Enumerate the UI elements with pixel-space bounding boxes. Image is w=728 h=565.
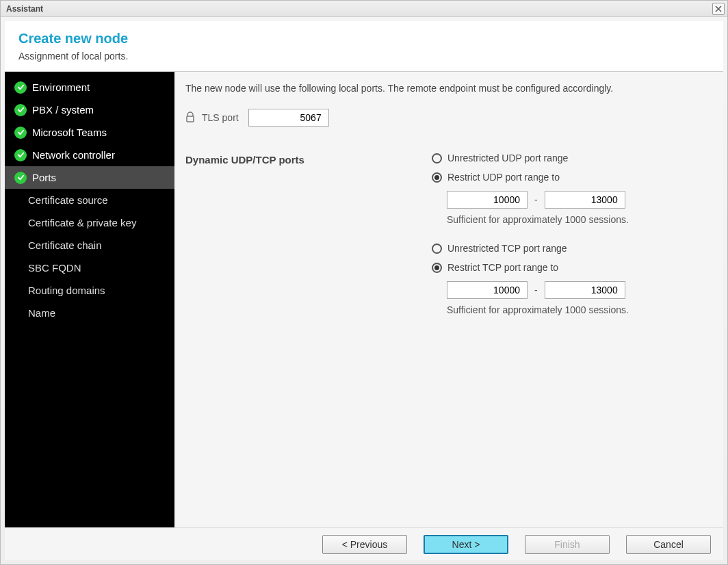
wizard-sidebar: EnvironmentPBX / systemMicrosoft TeamsNe… — [5, 72, 174, 527]
close-icon — [715, 5, 722, 12]
radio-icon — [432, 153, 442, 163]
sidebar-item-label: Routing domains — [28, 285, 105, 296]
tcp-restrict-option[interactable]: Restrict TCP port range to — [432, 262, 707, 273]
next-button[interactable]: Next > — [424, 535, 508, 554]
tls-port-label: TLS port — [202, 112, 239, 123]
udp-hint: Sufficient for approximately 1000 sessio… — [447, 214, 707, 225]
tls-port-row: TLS port — [185, 109, 707, 127]
sidebar-item-network-controller[interactable]: Network controller — [5, 144, 174, 166]
udp-range-row: - — [447, 191, 707, 209]
check-icon — [14, 127, 27, 139]
wizard-header: Create new node Assignment of local port… — [5, 21, 723, 72]
check-icon — [14, 104, 27, 116]
sidebar-item-label: Network controller — [32, 149, 115, 161]
dynamic-ports-section: Dynamic UDP/TCP ports Unrestricted UDP p… — [185, 153, 707, 333]
lock-icon — [185, 111, 195, 124]
sidebar-item-sbc-fqdn[interactable]: SBC FQDN — [5, 257, 174, 279]
sidebar-item-certificate-chain[interactable]: Certificate chain — [5, 234, 174, 257]
tcp-hint: Sufficient for approximately 1000 sessio… — [447, 304, 707, 315]
radio-label: Restrict TCP port range to — [447, 262, 558, 273]
wizard-footer: < Previous Next > Finish Cancel — [5, 527, 723, 560]
sidebar-item-ports[interactable]: Ports — [5, 166, 174, 189]
sidebar-item-label: PBX / system — [32, 104, 94, 116]
close-button[interactable] — [712, 3, 725, 15]
udp-unrestricted-option[interactable]: Unrestricted UDP port range — [432, 153, 707, 163]
sidebar-item-label: Environment — [32, 81, 90, 93]
check-icon — [14, 172, 27, 184]
sidebar-item-pbx-system[interactable]: PBX / system — [5, 98, 174, 121]
wizard-body: EnvironmentPBX / systemMicrosoft TeamsNe… — [5, 72, 723, 527]
sidebar-item-label: Name — [28, 307, 55, 319]
radio-icon — [432, 263, 442, 273]
udp-range-from-input[interactable] — [447, 191, 528, 209]
sidebar-item-name[interactable]: Name — [5, 302, 174, 324]
sidebar-item-certificate-source[interactable]: Certificate source — [5, 189, 174, 211]
window-title: Assistant — [6, 4, 43, 14]
tls-port-input[interactable] — [248, 109, 329, 127]
dynamic-ports-options: Unrestricted UDP port range Restrict UDP… — [432, 153, 707, 333]
check-icon — [14, 149, 27, 161]
dynamic-ports-label: Dynamic UDP/TCP ports — [185, 153, 432, 333]
sidebar-item-label: SBC FQDN — [28, 262, 81, 274]
sidebar-item-label: Certificate source — [28, 194, 108, 206]
radio-label: Unrestricted TCP port range — [447, 243, 567, 254]
check-icon — [14, 81, 27, 94]
page-subtitle: Assignment of local ports. — [18, 51, 710, 62]
cancel-button[interactable]: Cancel — [626, 535, 711, 554]
svg-rect-0 — [187, 116, 194, 122]
tcp-range-row: - — [447, 281, 707, 299]
sidebar-item-environment[interactable]: Environment — [5, 76, 174, 98]
radio-label: Restrict UDP port range to — [447, 172, 560, 183]
titlebar: Assistant — [1, 1, 727, 17]
sidebar-item-routing-domains[interactable]: Routing domains — [5, 279, 174, 302]
sidebar-item-label: Certificate & private key — [28, 217, 136, 228]
sidebar-item-label: Certificate chain — [28, 239, 102, 251]
sidebar-item-certificate-private-key[interactable]: Certificate & private key — [5, 211, 174, 234]
finish-button: Finish — [525, 535, 610, 554]
wizard-content: The new node will use the following loca… — [174, 72, 723, 527]
previous-button[interactable]: < Previous — [322, 535, 407, 554]
tcp-range-from-input[interactable] — [447, 281, 528, 299]
intro-text: The new node will use the following loca… — [185, 83, 707, 94]
range-separator: - — [534, 194, 538, 205]
udp-restrict-option[interactable]: Restrict UDP port range to — [432, 172, 707, 183]
tcp-range-to-input[interactable] — [545, 281, 625, 299]
tcp-unrestricted-option[interactable]: Unrestricted TCP port range — [432, 243, 707, 254]
sidebar-item-microsoft-teams[interactable]: Microsoft Teams — [5, 121, 174, 144]
sidebar-item-label: Ports — [32, 172, 56, 183]
dialog-window: Assistant Create new node Assignment of … — [0, 0, 728, 565]
radio-icon — [432, 244, 442, 254]
udp-range-to-input[interactable] — [545, 191, 625, 209]
sidebar-item-label: Microsoft Teams — [32, 127, 107, 138]
radio-icon — [432, 172, 442, 183]
page-title: Create new node — [18, 31, 710, 47]
radio-label: Unrestricted UDP port range — [447, 153, 568, 163]
range-separator: - — [534, 285, 538, 295]
